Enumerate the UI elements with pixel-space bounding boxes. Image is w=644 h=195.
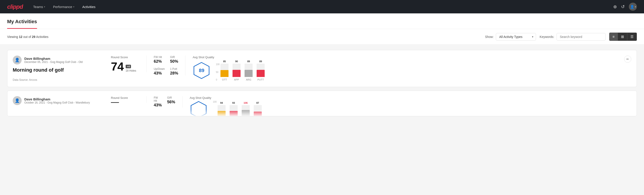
y-label-100: 100 (216, 63, 220, 66)
bar-arg-fill (244, 70, 252, 77)
round-score-label: Round Score (111, 56, 139, 59)
edit-button[interactable]: ✏ (624, 56, 631, 63)
search-input[interactable] (556, 33, 606, 40)
bar-putt-label: PUTT (258, 78, 264, 81)
bar-app: 93 (230, 102, 238, 116)
logo[interactable]: clippd (7, 3, 23, 10)
bar-chart: 100 50 0 85 OTT 90 (216, 60, 265, 81)
gir-stat: GIR 56% (167, 96, 175, 108)
nav-right: ⊕ ↺ 👤 ▾ (613, 3, 637, 11)
chart-y-labels: 100 (213, 100, 218, 116)
viewing-middle: out of (22, 35, 32, 38)
bar-ott-value: 85 (223, 60, 226, 63)
user-name: Dave Billingham (24, 57, 82, 60)
keywords-label: Keywords: (540, 35, 554, 38)
bar-putt-container (254, 105, 262, 116)
bar-app-container (232, 64, 240, 77)
keywords-filter-group: Keywords: (540, 33, 606, 40)
card-left: 👤 Dave Billingham December 05, 2021 - Go… (13, 56, 111, 82)
bar-arg-container (242, 105, 250, 116)
bar-arg-value: 89 (247, 60, 250, 63)
y-label-100: 100 (213, 100, 217, 103)
card-left: 👤 Dave Billingham October 16, 2021 - Gog… (13, 96, 111, 108)
fw-hit-stat: FW Hit 62% (154, 56, 165, 64)
user-date: December 05, 2021 - Gog Magog Golf Club … (24, 60, 82, 64)
nav-activities-label: Activities (82, 5, 96, 9)
one-putt-label: 1 Putt (170, 68, 178, 70)
bar-putt-container (256, 64, 265, 77)
card-stats: FW Hit 62% GIR 50% Up/Down 43% 1 Putt 28… (146, 56, 186, 76)
bar-app-fill (230, 111, 238, 116)
main-content: 👤 Dave Billingham December 05, 2021 - Go… (0, 44, 644, 122)
nav-performance[interactable]: Performance ▾ (50, 3, 78, 10)
fw-hit-value: 43% (154, 103, 162, 108)
edit-icon: ✏ (626, 57, 629, 61)
bar-ott-container (220, 64, 228, 77)
card-stats: FW Hit 43% GIR 56% (146, 96, 182, 108)
updown-stat: Up/Down 43% (154, 68, 165, 76)
page-title: My Activities (7, 19, 37, 24)
fw-hit-label: FW Hit (154, 56, 165, 59)
chart-y-labels: 100 50 0 (216, 63, 220, 81)
bar-ott-label: OTT (222, 78, 227, 81)
card-quality: Avg Shot Quality 100 94 (182, 96, 631, 116)
nav-teams-label: Teams (33, 5, 43, 9)
gir-value: 56% (167, 100, 175, 104)
user-icon: 👤 (630, 5, 634, 9)
one-putt-stat: 1 Putt 28% (170, 68, 178, 76)
one-putt-value: 28% (170, 71, 178, 76)
page-header: My Activities (0, 14, 644, 29)
score-badge: +4 (126, 65, 131, 68)
filter-bar: Viewing 12 out of 29 Activities Show: Al… (0, 29, 644, 44)
page-title-wrap: My Activities (7, 14, 37, 29)
hexagon-score: 89 (199, 68, 204, 74)
bar-arg-fill (242, 110, 250, 116)
nav-teams[interactable]: Teams ▾ (30, 3, 48, 10)
viewing-suffix: Activities (36, 35, 48, 38)
compact-view-icon: ☰ (630, 34, 634, 39)
bar-ott: 94 (218, 102, 226, 116)
round-score-section: Round Score 74 +4 18 Holes (111, 56, 146, 72)
bar-ott-value: 94 (220, 102, 223, 104)
nav-activities[interactable]: Activities (79, 3, 99, 10)
show-label: Show: (485, 35, 494, 38)
list-view-button[interactable]: ≡ (610, 33, 618, 40)
list-view-icon: ≡ (612, 35, 614, 39)
bar-ott-fill (220, 70, 228, 77)
updown-label: Up/Down (154, 68, 165, 70)
activity-type-select[interactable]: All Activity Types (496, 33, 536, 40)
viewing-prefix: Viewing (7, 35, 19, 38)
grid-view-button[interactable]: ⊞ (618, 33, 627, 40)
hexagon-wrap (190, 100, 208, 116)
user-date: October 16, 2021 - Gog Magog Golf Club -… (24, 101, 90, 104)
bar-app-label: APP (234, 78, 239, 81)
y-label-50: 50 (216, 71, 220, 74)
refresh-button[interactable]: ↺ (621, 4, 625, 9)
hexagon-wrap: 89 (192, 62, 210, 80)
nav-links: Teams ▾ Performance ▾ Activities (30, 3, 606, 10)
avatar: 👤 (13, 56, 22, 64)
activity-card: 👤 Dave Billingham October 16, 2021 - Gog… (7, 90, 637, 116)
user-details: Dave Billingham October 16, 2021 - Gog M… (24, 97, 90, 104)
bar-putt-value: 87 (256, 102, 259, 104)
score-value-wrap: 74 +4 18 Holes (111, 61, 139, 72)
gir-stat: GIR 50% (170, 56, 178, 64)
compact-view-button[interactable]: ☰ (627, 33, 637, 40)
grid-view-icon: ⊞ (621, 34, 624, 39)
avatar[interactable]: 👤 ▾ (629, 3, 637, 11)
add-button[interactable]: ⊕ (613, 4, 617, 9)
bar-ott-container (218, 105, 226, 116)
user-icon: 👤 (15, 98, 20, 103)
round-score-section: Round Score (111, 96, 146, 103)
user-details: Dave Billingham December 05, 2021 - Gog … (24, 57, 82, 64)
bar-app-value: 90 (235, 60, 238, 63)
user-info: 👤 Dave Billingham December 05, 2021 - Go… (13, 56, 104, 64)
bar-chart: 100 94 93 106 (213, 100, 262, 116)
activity-card: 👤 Dave Billingham December 05, 2021 - Go… (7, 50, 637, 87)
fw-hit-stat: FW Hit 43% (154, 96, 162, 108)
show-filter-group: Show: All Activity Types ▾ (485, 33, 536, 40)
updown-value: 43% (154, 71, 165, 76)
round-score-label: Round Score (111, 96, 139, 100)
round-score-value: 74 (111, 61, 124, 72)
gir-label: GIR (167, 96, 175, 99)
